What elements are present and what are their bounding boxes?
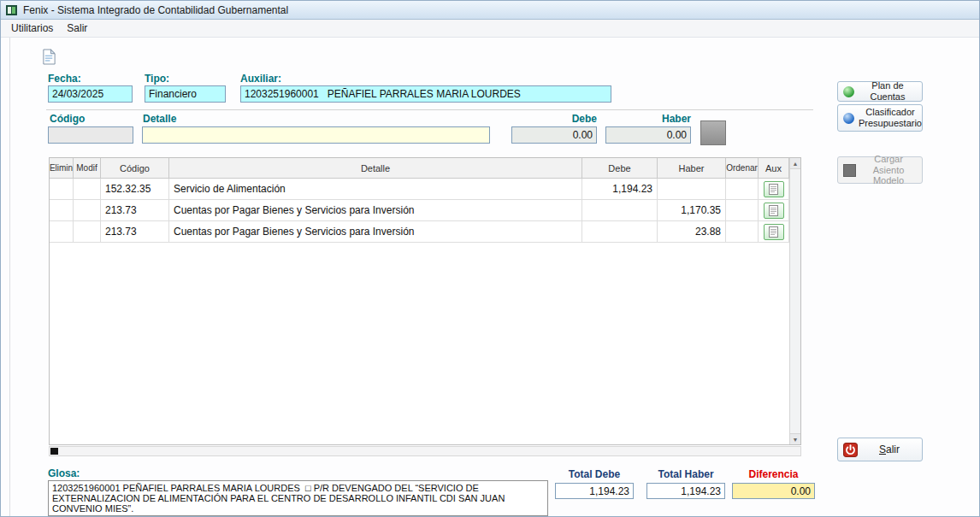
window-title: Fenix - Sistema Integrado de Contabilida…	[23, 4, 288, 16]
green-globe-icon	[843, 86, 854, 97]
cell-haber: 23.88	[658, 221, 726, 243]
col-header-debe[interactable]: Debe	[582, 158, 658, 179]
cell-elimin[interactable]	[50, 221, 74, 243]
cell-modif[interactable]	[74, 179, 101, 200]
cell-codigo: 213.73	[101, 221, 169, 243]
cargar-asiento-label-line2: Modelo	[860, 175, 917, 186]
grid-vertical-scrollbar[interactable]: ▲ ▼	[789, 158, 800, 444]
table-row[interactable]: 213.73 Cuentas por Pagar Bienes y Servic…	[50, 221, 789, 243]
clasificador-label-line2: Presupuestario	[859, 118, 922, 129]
debe-entry-label: Debe	[511, 113, 597, 125]
haber-entry-label: Haber	[605, 113, 691, 125]
aux-detail-button[interactable]	[764, 224, 784, 240]
col-header-detalle[interactable]: Detalle	[169, 158, 582, 179]
auxiliar-label: Auxiliar:	[240, 73, 281, 85]
new-document-button[interactable]	[38, 46, 59, 67]
auxiliar-input[interactable]	[240, 85, 611, 103]
app-icon	[5, 4, 18, 16]
power-icon	[843, 443, 858, 457]
aux-detail-button[interactable]	[764, 181, 784, 197]
horizontal-scroll-thumb[interactable]	[50, 448, 58, 455]
cell-modif[interactable]	[74, 221, 101, 243]
aux-detail-button[interactable]	[764, 203, 784, 219]
salir-button[interactable]: Salir	[837, 438, 923, 461]
glosa-textarea[interactable]: 1203251960001 PEÑAFIEL PARRALES MARIA LO…	[48, 480, 548, 516]
plan-de-cuentas-button[interactable]: Plan de Cuentas	[837, 81, 923, 102]
grid-header-row: Elimin Modif Código Detalle Debe Haber O…	[50, 158, 789, 179]
detalle-entry-label: Detalle	[143, 113, 176, 125]
menu-utilitarios[interactable]: Utilitarios	[4, 21, 60, 36]
cell-detalle: Servicio de Alimentación	[169, 179, 582, 200]
cell-codigo: 213.73	[101, 200, 169, 221]
grid-body: 152.32.35 Servicio de Alimentación 1,194…	[50, 179, 789, 243]
total-debe-value: 1,194.23	[555, 483, 634, 499]
clasificador-presupuestario-button[interactable]: Clasificador Presupuestario	[837, 104, 923, 132]
scroll-up-icon[interactable]: ▲	[790, 158, 800, 169]
application-window: Fenix - Sistema Integrado de Contabilida…	[0, 0, 980, 517]
document-icon	[769, 184, 778, 195]
clasificador-label: Clasificador Presupuestario	[859, 107, 922, 128]
salir-button-label: Salir	[862, 444, 917, 455]
table-row[interactable]: 152.32.35 Servicio de Alimentación 1,194…	[50, 179, 789, 200]
clasificador-label-line1: Clasificador	[859, 107, 922, 118]
detalle-entry-input[interactable]	[142, 126, 490, 144]
cell-debe	[582, 221, 658, 243]
cell-debe: 1,194.23	[582, 179, 658, 200]
cargar-asiento-label-line1: Cargar Asiento	[860, 154, 917, 175]
grid-horizontal-scrollbar[interactable]	[49, 446, 801, 456]
cell-aux	[759, 179, 789, 200]
form-separator	[46, 109, 813, 110]
cell-ordenar[interactable]	[726, 221, 759, 243]
col-header-modif[interactable]: Modif	[74, 158, 101, 179]
document-icon	[769, 226, 778, 238]
codigo-entry-label: Código	[50, 113, 85, 125]
col-header-ordenar[interactable]: Ordenar	[726, 158, 759, 179]
cargar-asiento-modelo-button[interactable]: Cargar Asiento Modelo	[837, 156, 923, 184]
blue-globe-icon	[843, 113, 854, 124]
cell-haber	[658, 179, 726, 200]
entries-grid: Elimin Modif Código Detalle Debe Haber O…	[49, 157, 801, 445]
cell-debe	[582, 200, 658, 221]
total-haber-value: 1,194.23	[646, 483, 725, 499]
cell-ordenar[interactable]	[726, 179, 759, 200]
col-header-elimin[interactable]: Elimin	[50, 158, 74, 179]
scroll-down-icon[interactable]: ▼	[790, 433, 800, 444]
col-header-codigo[interactable]: Código	[101, 158, 169, 179]
tipo-input[interactable]	[145, 85, 226, 103]
cell-modif[interactable]	[74, 200, 101, 221]
cargar-asiento-label: Cargar Asiento Modelo	[860, 154, 917, 186]
cell-detalle: Cuentas por Pagar Bienes y Servicios par…	[169, 200, 582, 221]
gray-square-icon	[843, 164, 856, 177]
tipo-label: Tipo:	[145, 73, 169, 85]
codigo-entry-input[interactable]	[48, 126, 133, 144]
cell-aux	[759, 200, 789, 221]
menu-bar: Utilitarios Salir	[1, 20, 979, 38]
col-header-haber[interactable]: Haber	[658, 158, 726, 179]
cell-ordenar[interactable]	[726, 200, 759, 221]
fecha-input[interactable]	[48, 85, 133, 103]
cell-aux	[759, 221, 789, 243]
diferencia-label: Diferencia	[732, 468, 815, 480]
cell-codigo: 152.32.35	[101, 179, 169, 200]
glosa-label: Glosa:	[48, 467, 80, 479]
cell-haber: 1,170.35	[658, 200, 726, 221]
cell-elimin[interactable]	[50, 179, 74, 200]
new-document-icon	[42, 49, 56, 65]
total-debe-label: Total Debe	[555, 468, 634, 480]
diferencia-value: 0.00	[732, 483, 815, 499]
total-haber-label: Total Haber	[646, 468, 725, 480]
title-bar: Fenix - Sistema Integrado de Contabilida…	[1, 1, 979, 20]
col-header-aux[interactable]: Aux	[759, 158, 789, 179]
menu-salir[interactable]: Salir	[60, 21, 94, 36]
cell-detalle: Cuentas por Pagar Bienes y Servicios par…	[169, 221, 582, 243]
entry-action-button[interactable]	[700, 120, 726, 145]
entries-grid-inner: Elimin Modif Código Detalle Debe Haber O…	[50, 158, 789, 444]
debe-entry-input[interactable]	[511, 126, 597, 144]
haber-entry-input[interactable]	[605, 126, 691, 144]
fecha-label: Fecha:	[48, 73, 81, 85]
table-row[interactable]: 213.73 Cuentas por Pagar Bienes y Servic…	[50, 200, 789, 221]
cell-elimin[interactable]	[50, 200, 74, 221]
plan-de-cuentas-label: Plan de Cuentas	[859, 80, 917, 102]
document-icon	[769, 205, 778, 216]
client-left-border	[9, 38, 10, 517]
